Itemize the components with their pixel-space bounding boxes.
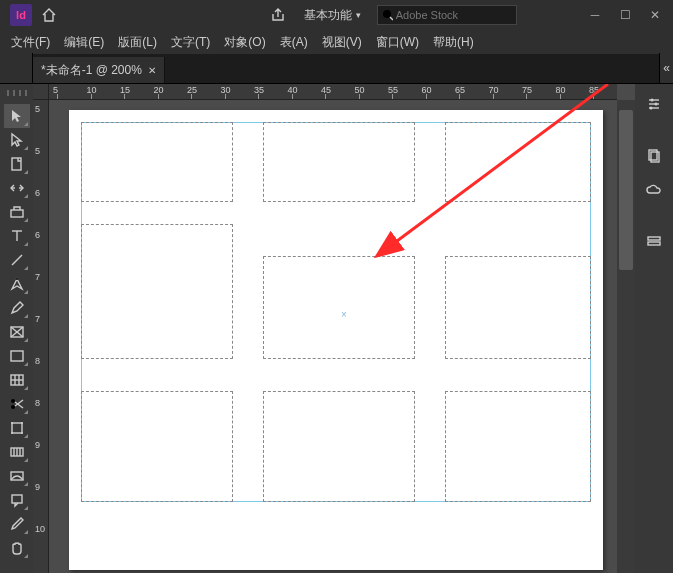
scrollbar-thumb[interactable] [619,110,633,270]
links-panel-button[interactable] [640,228,668,256]
horizontal-ruler[interactable]: 510152025303540455055606570758085 [49,84,617,100]
text-frame[interactable] [81,224,233,359]
maximize-button[interactable]: ☐ [611,5,639,25]
text-frame[interactable] [263,122,415,202]
ruler-v-label: 6 [35,188,40,198]
document-tab-title: *未命名-1 @ 200% [41,62,142,79]
gradient-swatch-tool[interactable] [4,440,30,464]
scissors-tool[interactable] [4,392,30,416]
note-tool-icon [9,492,25,508]
direct-selection-tool[interactable] [4,128,30,152]
direct-selection-tool-icon [9,132,25,148]
tools-panel [0,84,33,573]
pages-icon [646,148,662,164]
menu-edit[interactable]: 编辑(E) [57,31,111,54]
gradient-feather-tool[interactable] [4,464,30,488]
workspace-label: 基本功能 [304,7,352,24]
menu-view[interactable]: 视图(V) [315,31,369,54]
adjust-panel-button[interactable] [640,90,668,118]
workspace-switcher[interactable]: 基本功能 ▾ [296,4,369,27]
pencil-tool[interactable] [4,296,30,320]
document-tab[interactable]: *未命名-1 @ 200% ✕ [33,57,165,83]
note-tool[interactable] [4,488,30,512]
ruler-h-label: 10 [87,85,97,95]
rectangle-tool-icon [9,348,25,364]
hand-tool[interactable] [4,536,30,560]
menu-table[interactable]: 表(A) [273,31,315,54]
menu-file[interactable]: 文件(F) [4,31,57,54]
minimize-button[interactable]: ─ [581,5,609,25]
menu-help[interactable]: 帮助(H) [426,31,481,54]
svg-line-1 [390,17,393,20]
ruler-origin[interactable] [33,84,49,100]
home-button[interactable] [38,4,60,26]
close-button[interactable]: ✕ [641,5,669,25]
ruler-h-label: 75 [522,85,532,95]
svg-rect-2 [12,158,21,170]
table-tool-icon [9,372,25,388]
free-transform-tool[interactable] [4,416,30,440]
tab-close-button[interactable]: ✕ [148,65,156,76]
svg-point-25 [11,432,13,434]
tab-spacer [0,53,33,83]
home-icon [41,7,57,23]
eyedropper-tool-icon [9,516,25,532]
ruler-v-label: 5 [35,104,40,114]
text-frame[interactable] [81,391,233,502]
ruler-v-label: 6 [35,230,40,240]
page-tool[interactable] [4,152,30,176]
svg-point-38 [655,103,658,106]
ruler-v-label: 5 [35,146,40,156]
svg-rect-5 [11,210,23,217]
svg-line-8 [12,255,22,265]
selection-tool[interactable] [4,104,30,128]
text-frame[interactable] [445,122,591,202]
ruler-h-label: 20 [154,85,164,95]
rectangle-tool[interactable] [4,344,30,368]
ruler-h-label: 85 [589,85,599,95]
expand-panels-button[interactable]: « [659,53,673,83]
sliders-icon [646,96,662,112]
menu-type[interactable]: 文字(T) [164,31,217,54]
table-tool[interactable] [4,368,30,392]
text-frame[interactable] [263,391,415,502]
svg-rect-13 [11,351,23,361]
svg-point-39 [650,107,653,110]
ruler-v-label: 7 [35,272,40,282]
menu-layout[interactable]: 版面(L) [111,31,164,54]
pen-tool[interactable] [4,272,30,296]
vertical-ruler[interactable]: 556677889910 [33,100,49,573]
ruler-h-label: 80 [556,85,566,95]
text-frame[interactable] [81,122,233,202]
selection-tool-icon [9,108,25,124]
page-center-mark: × [340,310,348,318]
canvas[interactable]: × [49,100,617,573]
menu-object[interactable]: 对象(O) [217,31,272,54]
type-tool[interactable] [4,224,30,248]
share-button[interactable] [266,3,290,27]
line-tool[interactable] [4,248,30,272]
rectangle-frame-tool[interactable] [4,320,30,344]
svg-rect-32 [12,495,22,503]
tools-drag-handle[interactable] [7,90,27,96]
ruler-h-label: 25 [187,85,197,95]
text-frame[interactable] [445,391,591,502]
svg-rect-43 [648,242,660,245]
stock-search-input[interactable] [396,9,512,21]
eyedropper-tool[interactable] [4,512,30,536]
cc-libraries-button[interactable] [640,176,668,204]
gradient-swatch-tool-icon [9,444,25,460]
menu-window[interactable]: 窗口(W) [369,31,426,54]
rectangle-frame-tool-icon [9,324,25,340]
ruler-h-label: 50 [355,85,365,95]
text-frame[interactable] [445,256,591,359]
gap-tool[interactable] [4,176,30,200]
scissors-tool-icon [9,396,25,412]
text-frame[interactable] [263,256,415,359]
type-tool-icon [9,228,25,244]
ruler-h-label: 40 [288,85,298,95]
pages-panel-button[interactable] [640,142,668,170]
stock-search[interactable] [377,5,517,25]
vertical-scrollbar[interactable] [617,100,635,573]
content-collector-tool[interactable] [4,200,30,224]
